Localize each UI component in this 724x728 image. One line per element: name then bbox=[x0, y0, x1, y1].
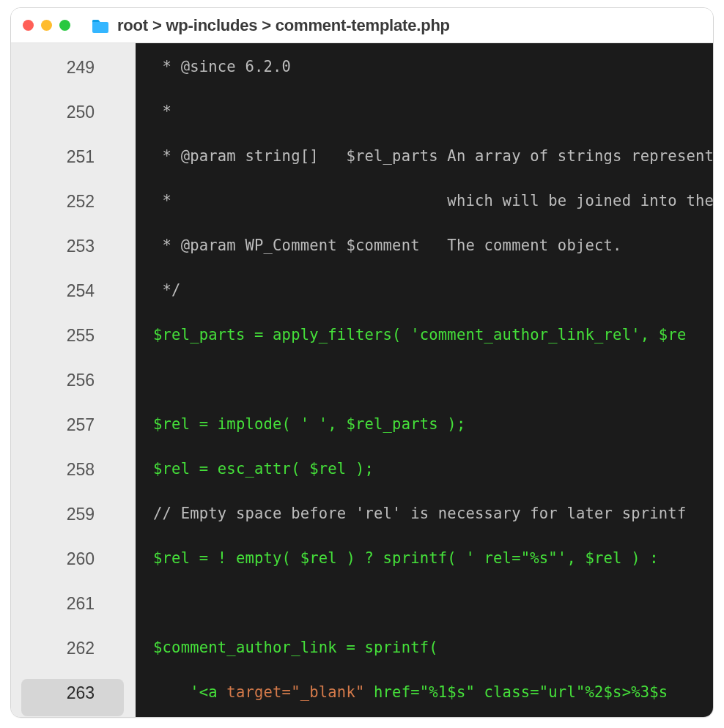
editor-body: 2492502512522532542552562572582592602612… bbox=[11, 43, 713, 717]
gutter-row[interactable]: 249 bbox=[11, 53, 136, 98]
line-number: 255 bbox=[11, 326, 99, 346]
gutter-row[interactable]: 255 bbox=[11, 322, 136, 366]
code-text: * which will be joined into the bbox=[136, 192, 713, 210]
code-line[interactable]: * bbox=[136, 98, 713, 143]
code-token: $rel_parts = apply_filters( bbox=[153, 326, 410, 343]
code-line[interactable]: $rel_parts = apply_filters( 'comment_aut… bbox=[136, 322, 713, 366]
gutter-row[interactable]: 253 bbox=[11, 232, 136, 277]
line-number: 257 bbox=[11, 415, 99, 435]
code-token: $comment_author_link = sprintf( bbox=[153, 639, 438, 656]
code-token: , $re bbox=[640, 326, 687, 343]
code-text: $rel = implode( ' ', $rel_parts ); bbox=[136, 415, 465, 434]
code-token: '<a bbox=[153, 683, 226, 701]
code-text: * @param string[] $rel_parts An array of… bbox=[136, 147, 713, 166]
code-token: * @param WP_Comment $comment The comment… bbox=[153, 237, 622, 254]
code-token: // Empty space before 'rel' is necessary… bbox=[153, 505, 686, 522]
line-number: 249 bbox=[11, 58, 99, 78]
code-line[interactable]: '<a target="_blank" href="%1$s" class="u… bbox=[136, 679, 713, 717]
gutter-row[interactable]: 260 bbox=[11, 545, 136, 590]
code-token: * @since 6.2.0 bbox=[153, 58, 291, 75]
line-number: 263 bbox=[11, 683, 99, 703]
line-number: 252 bbox=[11, 192, 99, 212]
gutter-row[interactable]: 254 bbox=[11, 277, 136, 322]
code-line[interactable]: */ bbox=[136, 277, 713, 322]
code-token: ' ' bbox=[300, 415, 328, 433]
code-text: $rel = esc_attr( $rel ); bbox=[136, 460, 374, 478]
code-line[interactable]: $comment_author_link = sprintf( bbox=[136, 634, 713, 679]
code-text: '<a target="_blank" href="%1$s" class="u… bbox=[136, 683, 668, 702]
code-token: target="_blank" bbox=[226, 683, 364, 701]
code-line[interactable]: * which will be joined into the bbox=[136, 187, 713, 232]
gutter-row[interactable]: 262 bbox=[11, 634, 136, 679]
line-number: 256 bbox=[11, 371, 99, 390]
code-line[interactable]: $rel = implode( ' ', $rel_parts ); bbox=[136, 411, 713, 456]
code-token: , $rel_parts ); bbox=[328, 415, 465, 433]
code-line[interactable]: $rel = esc_attr( $rel ); bbox=[136, 456, 713, 500]
gutter-row[interactable]: 257 bbox=[11, 411, 136, 456]
gutter-row[interactable]: 250 bbox=[11, 98, 136, 143]
code-token: $rel = ! empty( $rel ) ? sprintf( bbox=[153, 549, 465, 567]
line-number: 259 bbox=[11, 505, 99, 524]
code-text: * @param WP_Comment $comment The comment… bbox=[136, 237, 622, 255]
gutter-row[interactable]: 251 bbox=[11, 143, 136, 187]
gutter-row[interactable]: 261 bbox=[11, 590, 136, 634]
line-number: 258 bbox=[11, 460, 99, 480]
line-number: 251 bbox=[11, 147, 99, 167]
code-text: // Empty space before 'rel' is necessary… bbox=[136, 505, 686, 523]
code-line[interactable] bbox=[136, 366, 713, 411]
editor-window: root > wp-includes > comment-template.ph… bbox=[10, 7, 714, 718]
code-line[interactable]: * @since 6.2.0 bbox=[136, 53, 713, 98]
gutter-row[interactable]: 259 bbox=[11, 500, 136, 545]
line-number: 254 bbox=[11, 281, 99, 301]
breadcrumb: root > wp-includes > comment-template.ph… bbox=[117, 16, 450, 35]
code-text: * @since 6.2.0 bbox=[136, 58, 291, 76]
line-number: 253 bbox=[11, 237, 99, 256]
code-token: , $rel ) : bbox=[566, 549, 658, 567]
close-icon[interactable] bbox=[23, 20, 34, 31]
line-number: 250 bbox=[11, 103, 99, 122]
code-token: ' rel="%s"' bbox=[465, 549, 566, 567]
code-line[interactable]: * @param string[] $rel_parts An array of… bbox=[136, 143, 713, 187]
code-line[interactable]: * @param WP_Comment $comment The comment… bbox=[136, 232, 713, 277]
zoom-icon[interactable] bbox=[59, 20, 70, 31]
code-token: $rel = implode( bbox=[153, 415, 300, 433]
minimize-icon[interactable] bbox=[41, 20, 52, 31]
code-token: * bbox=[153, 103, 171, 120]
code-text: */ bbox=[136, 281, 181, 300]
code-token: $rel = esc_attr( $rel ); bbox=[153, 460, 374, 478]
code-text: * bbox=[136, 103, 171, 121]
line-number: 262 bbox=[11, 639, 99, 658]
titlebar: root > wp-includes > comment-template.ph… bbox=[11, 8, 713, 43]
code-text: $comment_author_link = sprintf( bbox=[136, 639, 438, 657]
code-token: */ bbox=[153, 281, 181, 299]
line-number: 261 bbox=[11, 594, 99, 614]
gutter-row[interactable]: 258 bbox=[11, 456, 136, 500]
folder-icon bbox=[91, 18, 110, 33]
code-text: $rel_parts = apply_filters( 'comment_aut… bbox=[136, 326, 686, 344]
code-line[interactable] bbox=[136, 590, 713, 634]
code-token: href="%1$s" class="url"%2$s>%3$s bbox=[364, 683, 668, 701]
gutter-row[interactable]: 252 bbox=[11, 187, 136, 232]
code-area[interactable]: * @since 6.2.0 * * @param string[] $rel_… bbox=[136, 43, 713, 717]
gutter-row[interactable]: 263 bbox=[11, 679, 136, 718]
line-number-gutter: 2492502512522532542552562572582592602612… bbox=[11, 43, 136, 717]
code-token: * @param string[] $rel_parts An array of… bbox=[153, 147, 713, 165]
code-token: 'comment_author_link_rel' bbox=[410, 326, 640, 343]
traffic-lights bbox=[23, 20, 70, 31]
code-text: $rel = ! empty( $rel ) ? sprintf( ' rel=… bbox=[136, 549, 659, 568]
line-number: 260 bbox=[11, 549, 99, 569]
code-line[interactable]: // Empty space before 'rel' is necessary… bbox=[136, 500, 713, 545]
gutter-row[interactable]: 256 bbox=[11, 366, 136, 411]
code-line[interactable]: $rel = ! empty( $rel ) ? sprintf( ' rel=… bbox=[136, 545, 713, 590]
code-token: * which will be joined into the bbox=[153, 192, 713, 209]
